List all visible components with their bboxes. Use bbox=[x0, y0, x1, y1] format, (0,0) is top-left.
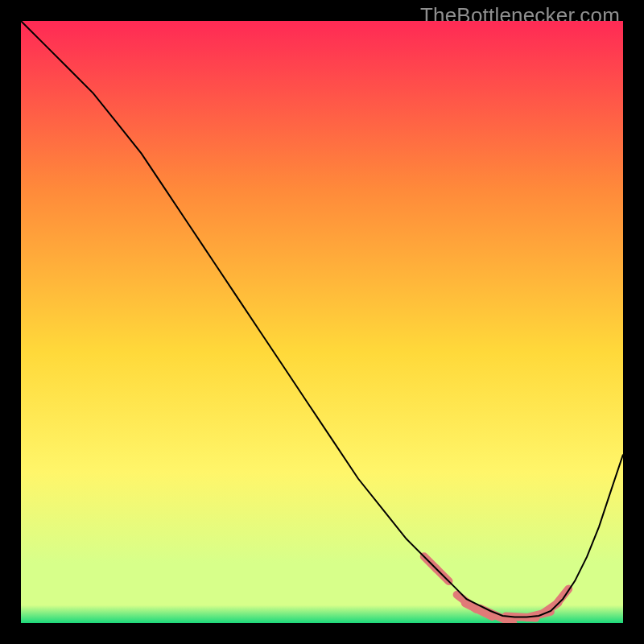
plot-frame bbox=[21, 21, 623, 623]
bottleneck-chart bbox=[21, 21, 623, 623]
gradient-bg bbox=[21, 21, 623, 623]
